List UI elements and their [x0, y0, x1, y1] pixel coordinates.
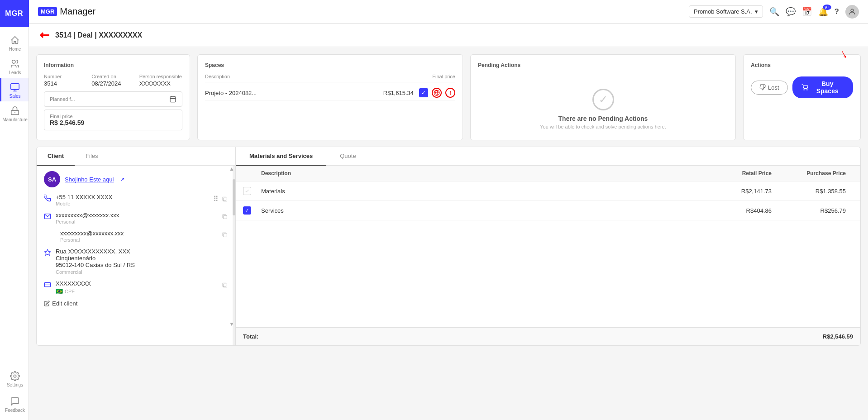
sidebar-item-sales[interactable]: Sales: [0, 78, 29, 101]
created-on-field: Created on 08/27/2024: [91, 74, 134, 87]
id-svg: [44, 281, 51, 288]
settings-icon: [10, 371, 20, 381]
cpf-content: XXXXXXXXX 🇧🇷 CPF: [56, 280, 217, 295]
client-panel-tabs: Client Files: [37, 147, 235, 166]
edit-client-button[interactable]: Edit client: [44, 300, 77, 307]
phone-content: +55 11 XXXXX XXXX Mobile: [56, 194, 208, 206]
svg-point-3: [14, 375, 16, 377]
sidebar-bottom: Settings Feedback: [4, 367, 25, 420]
scroll-down-button[interactable]: ▼: [229, 321, 234, 327]
actions-card: Actions ↓ Lost Buy Spaces: [743, 54, 861, 140]
email2-field: xxxxxxxxx@xxxxxxx.xxx Personal ⧉: [44, 230, 228, 243]
cpf-badge: 🇧🇷 CPF: [56, 288, 75, 295]
calendar-icon: [169, 95, 176, 103]
services-checkbox[interactable]: ✓: [243, 206, 251, 215]
thumbs-down-icon: [759, 84, 766, 91]
no-pending-sub: You will be able to check and solve pend…: [540, 124, 666, 129]
phone-copy-button[interactable]: ⧉: [221, 194, 228, 204]
sidebar-item-settings[interactable]: Settings: [4, 367, 25, 390]
email1-icon: [44, 213, 51, 222]
materials-panel: Materials and Services Quote Description…: [236, 147, 860, 345]
email1-field: xxxxxxxxx@xxxxxxx.xxx Personal ⧉: [44, 212, 228, 224]
services-row: ✓ Services R$404.86 R$256.79: [236, 201, 860, 220]
page: Information Number 3514 Created on 08/27…: [29, 47, 868, 420]
spaces-globe-icon: [432, 88, 442, 98]
svg-rect-5: [170, 97, 176, 102]
client-name-link[interactable]: Shojinho Este aqui: [65, 176, 114, 183]
spaces-row: Projeto - 2024082... R$1,615.34 ✓ !: [205, 85, 455, 101]
annotation-arrow-2: ↓: [837, 47, 850, 62]
mgr-badge: MGR: [38, 7, 57, 16]
cpf-field: XXXXXXXXX 🇧🇷 CPF ⧉: [44, 280, 228, 295]
tab-client[interactable]: Client: [37, 147, 75, 166]
buy-spaces-button[interactable]: Buy Spaces: [792, 76, 853, 98]
phone-actions: ⠿ ⧉: [212, 194, 228, 204]
cpf-icon: [44, 281, 51, 290]
svg-rect-15: [44, 282, 50, 286]
email1-actions: ⧉: [221, 212, 228, 222]
cart-icon: [801, 84, 808, 91]
scroll-bar[interactable]: [233, 166, 235, 345]
external-link-icon[interactable]: ↗: [120, 176, 125, 183]
user-icon: [848, 8, 856, 16]
page-title: 3514 | Deal | XXXXXXXXX: [55, 31, 142, 39]
tab-files[interactable]: Files: [75, 147, 109, 166]
email1-copy-button[interactable]: ⧉: [221, 212, 228, 222]
spaces-header: Description Final price: [205, 74, 455, 82]
sidebar-item-home[interactable]: Home: [0, 31, 29, 54]
tab-materials[interactable]: Materials and Services: [236, 147, 326, 166]
spaces-check-icon: ✓: [419, 88, 428, 97]
calendar-icon[interactable]: 📅: [802, 7, 812, 17]
main-content: MGR Manager Promob Software S.A. ▾ 🔍 💬 📅…: [29, 0, 868, 420]
materials-header: Description Retail Price Purchase Price: [236, 166, 860, 181]
phone-icon: [44, 195, 51, 204]
materials-tabs: Materials and Services Quote: [236, 147, 860, 166]
address-field: Rua XXXXXXXXXXXX, XXX Cinqüentenário 950…: [44, 248, 228, 275]
sidebar-item-leads[interactable]: Leads: [0, 54, 29, 78]
spaces-icons: ✓ !: [419, 88, 455, 98]
scroll-up-button[interactable]: ▲: [229, 166, 234, 172]
materials-check-svg: [245, 189, 249, 193]
sales-icon: [10, 82, 20, 92]
user-avatar-button[interactable]: [845, 5, 859, 19]
phone-dial-button[interactable]: ⠿: [212, 194, 219, 204]
scroll-thumb[interactable]: [233, 179, 235, 215]
phone-svg: [44, 195, 51, 202]
info-grid: Number 3514 Created on 08/27/2024 Person…: [44, 74, 182, 87]
chat-icon[interactable]: 💬: [786, 7, 796, 17]
search-icon[interactable]: 🔍: [769, 7, 779, 17]
email2-copy-button[interactable]: ⧉: [221, 230, 228, 240]
sidebar-item-manufacture[interactable]: Manufacture: [0, 101, 29, 125]
client-avatar: SA: [44, 171, 60, 187]
notifications-icon[interactable]: 🔔 9+: [818, 7, 828, 17]
materials-checkbox[interactable]: [243, 187, 251, 195]
email-svg: [44, 213, 51, 220]
topbar: MGR Manager Promob Software S.A. ▾ 🔍 💬 📅…: [29, 0, 868, 24]
final-price-box: Final price R$ 2,546.59: [44, 110, 182, 130]
spaces-warn-icon: !: [445, 88, 455, 98]
sidebar-settings-label: Settings: [7, 382, 23, 387]
address-content: Rua XXXXXXXXXXXX, XXX Cinqüentenário 950…: [56, 248, 228, 275]
company-selector[interactable]: Promob Software S.A. ▾: [689, 5, 763, 18]
cpf-copy-button[interactable]: ⧉: [221, 280, 228, 290]
lost-button[interactable]: Lost: [751, 81, 788, 95]
brazil-flag-icon: 🇧🇷: [56, 288, 63, 295]
sidebar-item-feedback[interactable]: Feedback: [4, 392, 25, 415]
materials-table: Description Retail Price Purchase Price …: [236, 166, 860, 237]
actions-title: Actions: [751, 62, 853, 68]
planned-date-picker[interactable]: Planned f...: [44, 91, 182, 107]
client-content: ▲ ▼ SA Shojinho Este aqui ↗ +: [37, 166, 235, 345]
home-icon: [10, 35, 20, 45]
leads-icon: [10, 59, 20, 69]
company-name: Promob Software S.A.: [694, 8, 752, 15]
address-svg: [44, 249, 51, 256]
cards-row: Information Number 3514 Created on 08/27…: [29, 47, 868, 140]
topbar-right: Promob Software S.A. ▾ 🔍 💬 📅 🔔 9+ ?: [689, 5, 859, 19]
help-icon[interactable]: ?: [835, 7, 839, 16]
sidebar-feedback-label: Feedback: [5, 408, 25, 413]
email2-content: xxxxxxxxx@xxxxxxx.xxx Personal: [60, 230, 217, 243]
sidebar-sales-label: Sales: [9, 94, 20, 99]
tab-quote[interactable]: Quote: [326, 147, 369, 166]
mat-check-col: [243, 170, 261, 177]
cpf-actions: ⧉: [221, 280, 228, 290]
